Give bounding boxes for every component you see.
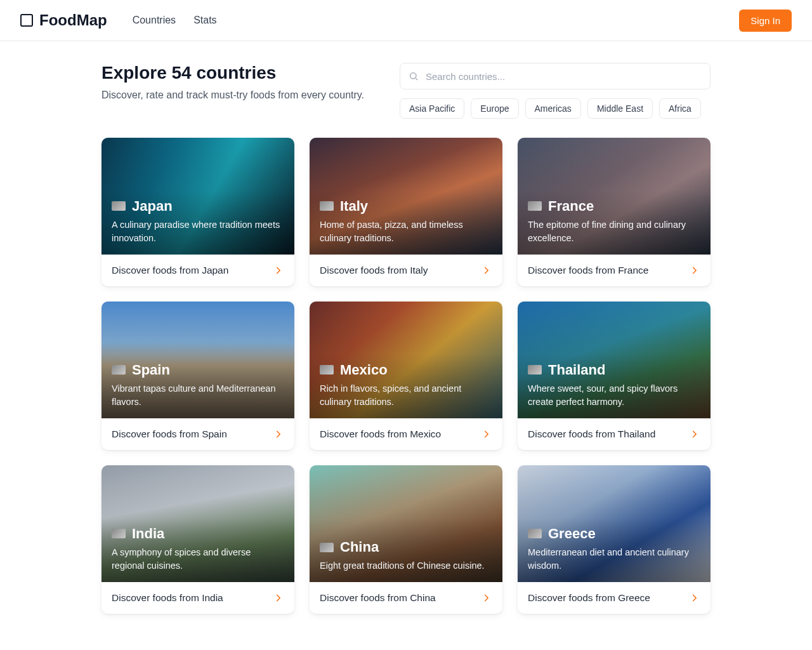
country-card-footer[interactable]: Discover foods from Italy [310,255,502,286]
search-input[interactable] [400,63,710,90]
brand[interactable]: FoodMap [20,11,107,29]
svg-line-1 [416,78,417,80]
country-card-hero: JapanA culinary paradise where tradition… [102,138,294,255]
country-card[interactable]: FranceThe epitome of fine dining and cul… [518,138,710,286]
flag-icon [112,201,126,211]
country-card-cta: Discover foods from Greece [528,592,650,604]
chevron-right-icon [481,265,492,276]
country-name: Japan [132,198,173,215]
country-card-footer[interactable]: Discover foods from China [310,582,502,614]
header: FoodMap Countries Stats Sign In [0,0,812,41]
country-card-cta: Discover foods from Mexico [320,428,441,440]
chevron-right-icon [273,428,284,440]
flag-icon [528,365,542,375]
flag-icon [320,365,334,375]
country-card-footer[interactable]: Discover foods from Spain [102,418,294,450]
chevron-right-icon [689,265,700,276]
country-card-title: India [112,526,284,542]
country-name: Greece [548,526,596,542]
country-card-desc: Home of pasta, pizza, and timeless culin… [320,218,492,246]
country-card-hero: FranceThe epitome of fine dining and cul… [518,138,710,255]
country-card[interactable]: GreeceMediterranean diet and ancient cul… [518,465,710,614]
page-subtitle: Discover, rate and track must-try foods … [102,90,374,101]
country-card-cta: Discover foods from Spain [112,428,227,440]
country-card-desc: Mediterranean diet and ancient culinary … [528,546,700,574]
country-name: India [132,526,164,542]
country-card-footer[interactable]: Discover foods from France [518,255,710,286]
flag-icon [112,365,126,375]
country-card-hero: ItalyHome of pasta, pizza, and timeless … [310,138,502,255]
country-card-title: China [320,539,492,555]
country-card-hero: GreeceMediterranean diet and ancient cul… [518,465,710,582]
flag-icon [320,543,334,552]
country-grid: JapanA culinary paradise where tradition… [102,138,710,614]
country-card[interactable]: ItalyHome of pasta, pizza, and timeless … [310,138,502,286]
flag-icon [528,201,542,211]
country-card-title: Spain [112,362,284,378]
country-card-cta: Discover foods from Thailand [528,428,655,440]
filter-africa[interactable]: Africa [659,98,701,119]
country-card-cta: Discover foods from India [112,592,223,604]
chevron-right-icon [481,592,492,604]
country-card-desc: Where sweet, sour, and spicy flavors cre… [528,382,700,410]
country-card-hero: ThailandWhere sweet, sour, and spicy fla… [518,302,710,418]
chevron-right-icon [689,428,700,440]
country-card-desc: A symphony of spices and diverse regiona… [112,546,284,574]
country-name: Spain [132,362,170,378]
country-card-hero: MexicoRich in flavors, spices, and ancie… [310,302,502,418]
page-content: Explore 54 countries Discover, rate and … [102,41,710,639]
country-card[interactable]: ChinaEight great traditions of Chinese c… [310,465,502,614]
region-filters: Asia Pacific Europe Americas Middle East… [400,98,710,119]
flag-icon [112,529,126,538]
country-card-title: Thailand [528,362,700,378]
country-card-title: Japan [112,198,284,215]
filter-asia-pacific[interactable]: Asia Pacific [400,98,464,119]
country-card-hero: SpainVibrant tapas culture and Mediterra… [102,302,294,418]
country-card-title: Greece [528,526,700,542]
country-card[interactable]: SpainVibrant tapas culture and Mediterra… [102,302,294,450]
country-card[interactable]: MexicoRich in flavors, spices, and ancie… [310,302,502,450]
filter-americas[interactable]: Americas [525,98,581,119]
nav-stats[interactable]: Stats [193,15,216,26]
country-card-title: Italy [320,198,492,215]
country-name: France [548,198,594,215]
country-card-hero: IndiaA symphony of spices and diverse re… [102,465,294,582]
country-card-desc: Vibrant tapas culture and Mediterranean … [112,382,284,410]
country-card-desc: Eight great traditions of Chinese cuisin… [320,559,492,573]
flag-icon [528,529,542,538]
country-card-desc: Rich in flavors, spices, and ancient cul… [320,382,492,410]
svg-point-0 [410,73,416,79]
flag-icon [320,201,334,211]
country-card[interactable]: ThailandWhere sweet, sour, and spicy fla… [518,302,710,450]
chevron-right-icon [273,592,284,604]
nav-countries[interactable]: Countries [133,15,176,26]
search-wrap [400,63,710,90]
country-card-cta: Discover foods from France [528,265,648,276]
chevron-right-icon [273,265,284,276]
country-card-title: France [528,198,700,215]
country-card-footer[interactable]: Discover foods from Thailand [518,418,710,450]
country-card[interactable]: IndiaA symphony of spices and diverse re… [102,465,294,614]
country-card-cta: Discover foods from China [320,592,436,604]
signin-button[interactable]: Sign In [739,10,792,32]
country-card-cta: Discover foods from Japan [112,265,228,276]
filter-europe[interactable]: Europe [471,98,518,119]
country-card[interactable]: JapanA culinary paradise where tradition… [102,138,294,286]
page-title: Explore 54 countries [102,63,374,83]
logo-icon [20,14,33,27]
country-card-footer[interactable]: Discover foods from India [102,582,294,614]
country-card-cta: Discover foods from Italy [320,265,428,276]
country-card-desc: The epitome of fine dining and culinary … [528,218,700,246]
country-card-footer[interactable]: Discover foods from Greece [518,582,710,614]
country-name: Italy [340,198,368,215]
country-name: China [340,539,379,555]
country-card-footer[interactable]: Discover foods from Mexico [310,418,502,450]
search-icon [409,71,419,81]
brand-name: FoodMap [39,11,107,29]
primary-nav: Countries Stats [133,15,217,26]
country-card-desc: A culinary paradise where tradition meet… [112,218,284,246]
country-name: Thailand [548,362,605,378]
country-card-hero: ChinaEight great traditions of Chinese c… [310,465,502,582]
filter-middle-east[interactable]: Middle East [587,98,653,119]
country-card-footer[interactable]: Discover foods from Japan [102,255,294,286]
